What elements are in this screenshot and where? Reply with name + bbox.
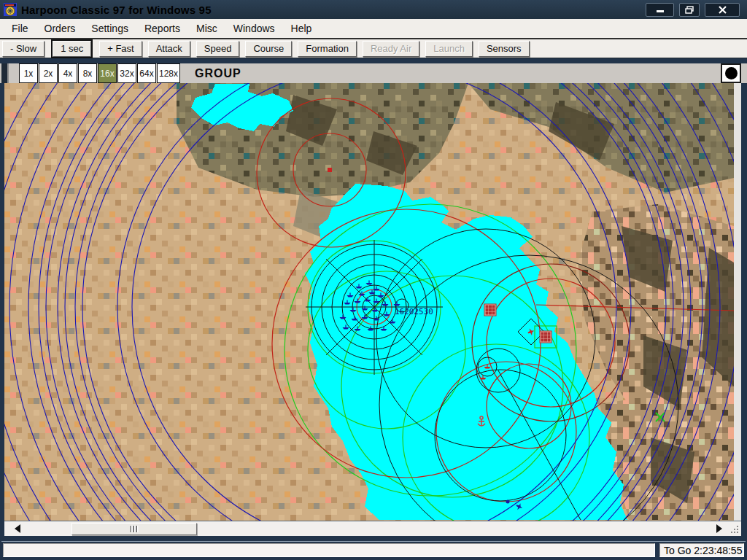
window-title: Harpoon Classic 97 for Windows 95 <box>21 4 212 16</box>
resize-grip-icon[interactable] <box>729 526 740 534</box>
attack-button[interactable]: Attack <box>148 41 190 57</box>
menu-settings[interactable]: Settings <box>85 20 134 37</box>
menu-misc[interactable]: Misc <box>190 20 223 37</box>
formation-button[interactable]: Formation <box>298 41 357 57</box>
close-icon <box>719 6 727 14</box>
menu-bar: File Orders Settings Reports Misc Window… <box>0 19 747 39</box>
friendly-contact-dot <box>506 500 510 504</box>
zoom-2x-button[interactable]: 2x <box>39 63 58 83</box>
map-window: 16202530 <box>0 83 747 521</box>
day-night-button[interactable] <box>721 63 741 83</box>
course-button[interactable]: Course <box>245 41 292 57</box>
fast-button[interactable]: + Fast <box>99 41 142 57</box>
app-icon <box>4 3 17 16</box>
close-button[interactable] <box>705 3 740 17</box>
menu-file[interactable]: File <box>6 20 34 37</box>
menu-orders[interactable]: Orders <box>39 20 82 37</box>
toolbar: - Slow 1 sec + Fast Attack Speed Course … <box>0 39 747 58</box>
zoom-128x-button[interactable]: 128x <box>157 63 180 83</box>
hostile-installation-icon <box>540 331 551 343</box>
map-right-edge <box>734 83 741 521</box>
minimize-icon <box>656 7 665 13</box>
red-center-marker <box>328 168 332 172</box>
restore-button[interactable] <box>679 3 700 17</box>
status-message-cell <box>3 543 655 557</box>
minimize-button[interactable] <box>646 3 674 17</box>
zoom-8x-button[interactable]: 8x <box>78 63 97 83</box>
menu-help[interactable]: Help <box>285 20 318 37</box>
sensors-button[interactable]: Sensors <box>479 41 530 57</box>
launch-button: Launch <box>425 41 473 57</box>
hostile-airbase-icon <box>484 304 496 316</box>
scrollbar-thumb[interactable] <box>71 523 197 535</box>
ready-air-button: Ready Air <box>363 41 419 57</box>
horizontal-scrollbar[interactable] <box>4 521 741 536</box>
slow-button[interactable]: - Slow <box>2 41 44 57</box>
restore-icon <box>685 6 694 14</box>
map-window-header: 1x 2x 4x 8x 16x 32x 64x 128x GROUP <box>0 63 747 83</box>
window-frame-strip <box>0 58 747 63</box>
group-track-label: 16202530 <box>395 307 433 316</box>
time-step-button[interactable]: 1 sec <box>53 41 91 57</box>
menu-reports[interactable]: Reports <box>139 20 186 37</box>
speed-button[interactable]: Speed <box>196 41 240 57</box>
zoom-1x-button[interactable]: 1x <box>19 63 38 83</box>
zoom-4x-button[interactable]: 4x <box>58 63 77 83</box>
title-bar: Harpoon Classic 97 for Windows 95 <box>0 0 747 19</box>
scrollbar-grip-icon <box>131 526 139 532</box>
day-night-icon <box>725 67 738 79</box>
status-bar: To Go 2:23:48:55 <box>1 541 746 559</box>
time-to-go: To Go 2:23:48:55 <box>659 543 744 557</box>
scroll-left-icon[interactable] <box>15 524 20 533</box>
map-window-title: GROUP <box>195 67 241 80</box>
menu-windows[interactable]: Windows <box>228 20 281 37</box>
scroll-right-icon[interactable] <box>716 524 722 533</box>
tactical-map[interactable]: 16202530 <box>4 83 734 521</box>
zoom-16x-button[interactable]: 16x <box>98 63 117 83</box>
zoom-64x-button[interactable]: 64x <box>137 63 156 83</box>
zoom-32x-button[interactable]: 32x <box>117 63 136 83</box>
